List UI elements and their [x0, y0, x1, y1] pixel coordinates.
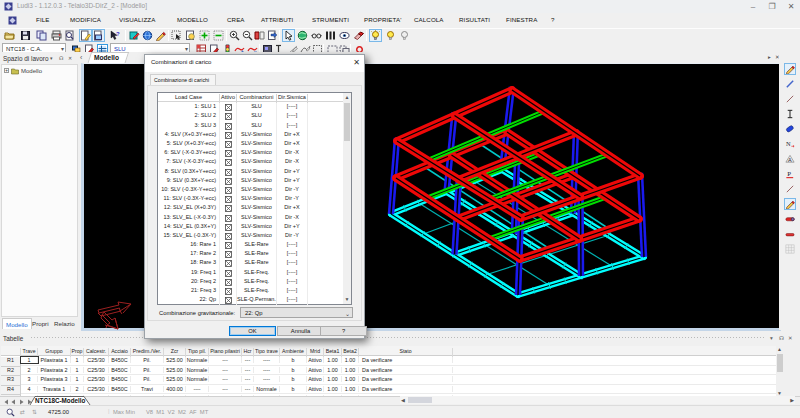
- svg-text:P: P: [787, 170, 791, 177]
- svg-text:N: N: [786, 140, 791, 147]
- svg-text:A: A: [788, 157, 792, 163]
